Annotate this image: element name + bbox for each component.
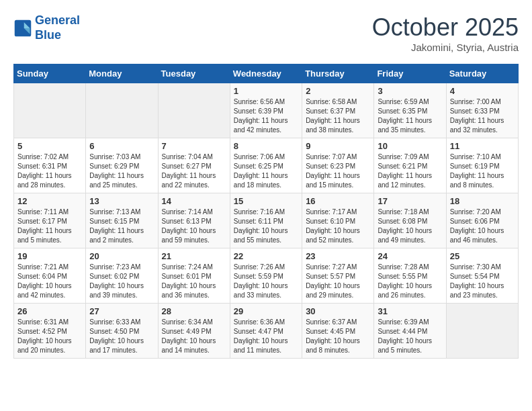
logo-text: General Blue — [35, 13, 80, 42]
day-info: Sunrise: 7:26 AM Sunset: 5:59 PM Dayligh… — [234, 263, 298, 300]
calendar-cell: 7Sunrise: 7:04 AM Sunset: 6:27 PM Daylig… — [158, 138, 230, 193]
calendar-week-row: 26Sunrise: 6:31 AM Sunset: 4:52 PM Dayli… — [14, 304, 519, 359]
weekday-header-row: SundayMondayTuesdayWednesdayThursdayFrid… — [14, 64, 519, 83]
day-number: 2 — [306, 86, 370, 96]
day-number: 25 — [450, 251, 515, 261]
logo: General Blue — [13, 13, 80, 42]
day-number: 27 — [89, 306, 154, 316]
day-number: 29 — [234, 306, 298, 316]
logo-icon — [13, 19, 32, 38]
calendar-cell: 10Sunrise: 7:09 AM Sunset: 6:21 PM Dayli… — [374, 138, 446, 193]
day-info: Sunrise: 7:28 AM Sunset: 5:55 PM Dayligh… — [378, 263, 442, 300]
calendar-cell: 14Sunrise: 7:14 AM Sunset: 6:13 PM Dayli… — [158, 193, 230, 248]
day-number: 10 — [378, 141, 442, 151]
calendar-cell: 5Sunrise: 7:02 AM Sunset: 6:31 PM Daylig… — [14, 138, 86, 193]
day-info: Sunrise: 7:18 AM Sunset: 6:08 PM Dayligh… — [378, 208, 442, 245]
calendar-cell: 22Sunrise: 7:26 AM Sunset: 5:59 PM Dayli… — [230, 248, 302, 304]
calendar-cell: 25Sunrise: 7:30 AM Sunset: 5:54 PM Dayli… — [446, 248, 518, 304]
day-info: Sunrise: 6:39 AM Sunset: 4:44 PM Dayligh… — [378, 318, 442, 355]
calendar-cell: 9Sunrise: 7:07 AM Sunset: 6:23 PM Daylig… — [302, 138, 374, 193]
day-info: Sunrise: 7:03 AM Sunset: 6:29 PM Dayligh… — [89, 152, 154, 190]
calendar-week-row: 1Sunrise: 6:56 AM Sunset: 6:39 PM Daylig… — [14, 83, 519, 138]
calendar-cell — [86, 83, 158, 138]
day-number: 26 — [17, 306, 82, 316]
title-block: October 2025 Jakomini, Styria, Austria — [372, 13, 519, 53]
day-info: Sunrise: 7:23 AM Sunset: 6:02 PM Dayligh… — [89, 263, 154, 300]
calendar-cell: 15Sunrise: 7:16 AM Sunset: 6:11 PM Dayli… — [230, 193, 302, 248]
weekday-header: Tuesday — [158, 64, 230, 83]
page-header: General Blue October 2025 Jakomini, Styr… — [13, 13, 519, 53]
day-number: 1 — [234, 86, 298, 96]
calendar-cell: 17Sunrise: 7:18 AM Sunset: 6:08 PM Dayli… — [374, 193, 446, 248]
weekday-header: Monday — [86, 64, 158, 83]
location-subtitle: Jakomini, Styria, Austria — [372, 42, 519, 53]
day-info: Sunrise: 7:13 AM Sunset: 6:15 PM Dayligh… — [89, 208, 154, 245]
day-info: Sunrise: 7:10 AM Sunset: 6:19 PM Dayligh… — [450, 152, 515, 190]
calendar-cell: 13Sunrise: 7:13 AM Sunset: 6:15 PM Dayli… — [86, 193, 158, 248]
weekday-header: Wednesday — [230, 64, 302, 83]
day-number: 9 — [306, 141, 370, 151]
calendar-cell: 16Sunrise: 7:17 AM Sunset: 6:10 PM Dayli… — [302, 193, 374, 248]
calendar-week-row: 19Sunrise: 7:21 AM Sunset: 6:04 PM Dayli… — [14, 248, 519, 304]
day-info: Sunrise: 6:56 AM Sunset: 6:39 PM Dayligh… — [234, 97, 298, 135]
day-number: 23 — [306, 251, 370, 261]
calendar-cell — [14, 83, 86, 138]
weekday-header: Friday — [374, 64, 446, 83]
calendar-cell: 6Sunrise: 7:03 AM Sunset: 6:29 PM Daylig… — [86, 138, 158, 193]
day-number: 30 — [306, 306, 370, 316]
day-info: Sunrise: 7:06 AM Sunset: 6:25 PM Dayligh… — [234, 152, 298, 190]
calendar-cell: 20Sunrise: 7:23 AM Sunset: 6:02 PM Dayli… — [86, 248, 158, 304]
weekday-header: Thursday — [302, 64, 374, 83]
calendar-table: SundayMondayTuesdayWednesdayThursdayFrid… — [13, 64, 519, 359]
day-info: Sunrise: 6:31 AM Sunset: 4:52 PM Dayligh… — [17, 318, 82, 355]
calendar-cell: 29Sunrise: 6:36 AM Sunset: 4:47 PM Dayli… — [230, 304, 302, 359]
day-number: 3 — [378, 86, 442, 96]
calendar-cell: 26Sunrise: 6:31 AM Sunset: 4:52 PM Dayli… — [14, 304, 86, 359]
day-number: 7 — [162, 141, 226, 151]
calendar-cell: 11Sunrise: 7:10 AM Sunset: 6:19 PM Dayli… — [446, 138, 518, 193]
month-title: October 2025 — [372, 13, 519, 42]
calendar-cell — [158, 83, 230, 138]
day-info: Sunrise: 7:17 AM Sunset: 6:10 PM Dayligh… — [306, 208, 370, 245]
day-info: Sunrise: 7:11 AM Sunset: 6:17 PM Dayligh… — [17, 208, 82, 245]
day-number: 13 — [89, 196, 154, 206]
calendar-cell: 2Sunrise: 6:58 AM Sunset: 6:37 PM Daylig… — [302, 83, 374, 138]
day-number: 22 — [234, 251, 298, 261]
day-info: Sunrise: 6:34 AM Sunset: 4:49 PM Dayligh… — [162, 318, 226, 355]
calendar-cell: 8Sunrise: 7:06 AM Sunset: 6:25 PM Daylig… — [230, 138, 302, 193]
day-number: 16 — [306, 196, 370, 206]
calendar-cell: 24Sunrise: 7:28 AM Sunset: 5:55 PM Dayli… — [374, 248, 446, 304]
day-number: 18 — [450, 196, 515, 206]
day-info: Sunrise: 6:37 AM Sunset: 4:45 PM Dayligh… — [306, 318, 370, 355]
logo-general: General — [35, 13, 80, 27]
day-number: 4 — [450, 86, 515, 96]
calendar-cell: 31Sunrise: 6:39 AM Sunset: 4:44 PM Dayli… — [374, 304, 446, 359]
day-info: Sunrise: 7:00 AM Sunset: 6:33 PM Dayligh… — [450, 97, 515, 135]
calendar-cell: 1Sunrise: 6:56 AM Sunset: 6:39 PM Daylig… — [230, 83, 302, 138]
day-info: Sunrise: 7:27 AM Sunset: 5:57 PM Dayligh… — [306, 263, 370, 300]
day-number: 21 — [162, 251, 226, 261]
weekday-header: Sunday — [14, 64, 86, 83]
calendar-cell: 23Sunrise: 7:27 AM Sunset: 5:57 PM Dayli… — [302, 248, 374, 304]
day-number: 19 — [17, 251, 82, 261]
calendar-cell: 18Sunrise: 7:20 AM Sunset: 6:06 PM Dayli… — [446, 193, 518, 248]
calendar-cell: 27Sunrise: 6:33 AM Sunset: 4:50 PM Dayli… — [86, 304, 158, 359]
calendar-cell: 28Sunrise: 6:34 AM Sunset: 4:49 PM Dayli… — [158, 304, 230, 359]
calendar-cell: 21Sunrise: 7:24 AM Sunset: 6:01 PM Dayli… — [158, 248, 230, 304]
day-info: Sunrise: 7:20 AM Sunset: 6:06 PM Dayligh… — [450, 208, 515, 245]
day-number: 11 — [450, 141, 515, 151]
day-info: Sunrise: 7:21 AM Sunset: 6:04 PM Dayligh… — [17, 263, 82, 300]
day-number: 15 — [234, 196, 298, 206]
calendar-cell: 4Sunrise: 7:00 AM Sunset: 6:33 PM Daylig… — [446, 83, 518, 138]
day-info: Sunrise: 7:02 AM Sunset: 6:31 PM Dayligh… — [17, 152, 82, 190]
day-info: Sunrise: 6:58 AM Sunset: 6:37 PM Dayligh… — [306, 97, 370, 135]
calendar-cell: 3Sunrise: 6:59 AM Sunset: 6:35 PM Daylig… — [374, 83, 446, 138]
day-info: Sunrise: 6:59 AM Sunset: 6:35 PM Dayligh… — [378, 97, 442, 135]
day-number: 8 — [234, 141, 298, 151]
day-info: Sunrise: 6:33 AM Sunset: 4:50 PM Dayligh… — [89, 318, 154, 355]
calendar-cell: 12Sunrise: 7:11 AM Sunset: 6:17 PM Dayli… — [14, 193, 86, 248]
day-number: 31 — [378, 306, 442, 316]
weekday-header: Saturday — [446, 64, 518, 83]
day-number: 6 — [89, 141, 154, 151]
logo-blue: Blue — [35, 28, 61, 42]
